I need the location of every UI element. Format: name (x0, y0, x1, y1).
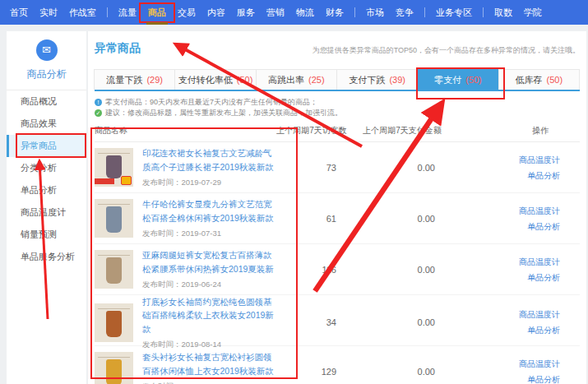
product-info: 打底衫女长袖简约宽松纯色圆领基础百搭纯棉柔软上衣秋装女2019新款 发布时间：2… (142, 295, 274, 350)
action-link-temperature[interactable]: 商品温度计 (455, 254, 560, 270)
sidebar-item[interactable]: 单品分析 (7, 179, 86, 201)
product-image[interactable] (95, 250, 133, 289)
product-info: 牛仔哈伦裤女显瘦九分裤文艺范宽松百搭全棉休闲裤女2019秋装新款 发布时间：20… (142, 197, 274, 239)
publish-date: 发布时间：2019-07-31 (142, 229, 274, 239)
garment-shape (106, 155, 122, 178)
sidebar-item[interactable]: 商品温度计 (7, 201, 86, 224)
nav-item[interactable]: 市场 (360, 0, 390, 25)
action-link-analysis[interactable]: 单品分析 (455, 322, 560, 338)
tab[interactable]: 支付转化率低 (50) (174, 69, 256, 90)
notice-icon: ! (95, 99, 102, 106)
amount-value: 0.00 (350, 163, 455, 173)
tab[interactable]: 支付下跌 (39) (336, 69, 418, 90)
page-note: 为您提供各类异常商品的TOP50，会有一个商品存在多种异常的情况，请关注哦。 (313, 45, 580, 56)
notice-text: 建议：修改商品标题，属性等重新发布上架，加强关联商品，加强引流。 (105, 108, 342, 118)
product-name-link[interactable]: 牛仔哈伦裤女显瘦九分裤文艺范宽松百搭全棉休闲裤女2019秋装新款 (142, 197, 274, 224)
col-header-product: 商品名称 (95, 125, 274, 136)
col-header-actions: 操作 (455, 125, 580, 136)
top-nav-bar: 首页 实时 作战室 流量 商品 交易 内容 服务 营销 物流 财务 市场 竞争 … (0, 0, 588, 25)
nav-item[interactable]: 实时 (34, 0, 63, 25)
nav-item[interactable]: 内容 (201, 0, 231, 25)
col-header-visitors: 上个周期7天访客数 (274, 125, 350, 136)
nav-item[interactable]: 作战室 (63, 0, 102, 25)
action-link-analysis[interactable]: 单品分析 (455, 219, 560, 234)
action-link-temperature[interactable]: 商品温度计 (455, 307, 560, 322)
table-row: 打底衫女长袖简约宽松纯色圆领基础百搭纯棉柔软上衣秋装女2019新款 发布时间：2… (95, 295, 580, 346)
product-name-link[interactable]: 亚麻阔腿短裤女宽松复古百搭薄款松紧腰系带休闲热裤女2019夏装新 (142, 248, 274, 275)
action-link-temperature[interactable]: 商品温度计 (455, 356, 560, 372)
nav-divider (424, 7, 425, 17)
nav-item[interactable]: 流量 (113, 0, 142, 25)
nav-item[interactable]: 竞争 (390, 0, 419, 25)
notice-icon: ✓ (95, 109, 102, 117)
nav-item[interactable]: 财务 (320, 0, 350, 25)
tab-count: (29) (146, 75, 163, 85)
nav-item[interactable]: 交易 (172, 0, 201, 25)
nav-item[interactable]: 业务专区 (430, 0, 478, 25)
tab[interactable]: 流量下跌 (29) (94, 69, 175, 90)
product-image[interactable] (95, 352, 133, 384)
product-image[interactable] (95, 303, 133, 342)
actions-cell: 商品温度计 单品分析 (455, 203, 580, 234)
tab-label: 低库存 (515, 75, 542, 85)
action-link-analysis[interactable]: 单品分析 (455, 270, 560, 285)
tab-bar: 流量下跌 (29) 支付转化率低 (50) 高跳出率 (25) 支付下跌 (39… (95, 69, 580, 91)
action-link-analysis[interactable]: 单品分析 (455, 372, 560, 384)
tab[interactable]: 零支付 (50) (417, 69, 498, 90)
sidebar-title: 商品分析 (7, 67, 86, 81)
visitors-value: 34 (274, 317, 350, 327)
tab-label: 零支付 (434, 75, 461, 85)
promo-badge-icon (121, 176, 132, 185)
notice-line: ✓ 建议：修改商品标题，属性等重新发布上架，加强关联商品，加强引流。 (95, 108, 580, 118)
actions-cell: 商品温度计 单品分析 (455, 356, 580, 384)
nav-divider (354, 7, 355, 17)
tab[interactable]: 高跳出率 (25) (256, 69, 337, 90)
action-link-temperature[interactable]: 商品温度计 (455, 203, 560, 219)
amount-value: 0.00 (350, 265, 455, 275)
page-title: 异常商品 (95, 41, 141, 56)
nav-divider (483, 7, 484, 17)
tab[interactable]: 低库存 (50) (498, 69, 580, 90)
content-area: ✉ 商品分析 商品概况 商品效果 异常商品 分类分析 单品分析 商品温度计 销量… (0, 25, 588, 384)
action-link-temperature[interactable]: 商品温度计 (455, 152, 560, 168)
sidebar-item[interactable]: 异常商品 (7, 135, 86, 157)
product-image[interactable] (95, 199, 133, 238)
visitors-value: 61 (274, 214, 350, 224)
product-name-link[interactable]: 打底衫女长袖简约宽松纯色圆领基础百搭纯棉柔软上衣秋装女2019新款 (142, 295, 274, 335)
sidebar-item[interactable]: 商品效果 (7, 113, 86, 135)
sidebar-menu: 商品概况 商品效果 异常商品 分类分析 单品分析 商品温度计 销量预测 单品服务… (7, 90, 86, 268)
nav-item[interactable]: 首页 (4, 0, 34, 25)
product-cell: 套头衬衫女长袖复古宽松衬衫圆领百搭休闲体恤上衣女2019秋装新款 发布时间：20… (95, 350, 274, 384)
notice-text: 零支付商品：90天内发布且最近7天内没有产生任何销量的商品； (105, 97, 317, 108)
tab-label: 支付转化率低 (178, 75, 233, 85)
tab-count: (50) (547, 75, 563, 85)
action-link-analysis[interactable]: 单品分析 (455, 168, 560, 183)
amount-value: 0.00 (350, 367, 455, 377)
nav-item[interactable]: 商品 (142, 0, 172, 25)
table-row: 印花连衣裙女长袖复古文艺减龄气质高个子过膝长裙子2019秋装新款 发布时间：20… (95, 142, 580, 193)
table-row: 牛仔哈伦裤女显瘦九分裤文艺范宽松百搭全棉休闲裤女2019秋装新款 发布时间：20… (95, 193, 580, 244)
product-cell: 打底衫女长袖简约宽松纯色圆领基础百搭纯棉柔软上衣秋装女2019新款 发布时间：2… (95, 295, 274, 350)
nav-item[interactable]: 取数 (488, 0, 518, 25)
nav-item[interactable]: 学院 (518, 0, 548, 25)
nav-item[interactable]: 营销 (261, 0, 290, 25)
table-header: 商品名称 上个周期7天访客数 上个周期7天支付金额 操作 (95, 125, 580, 142)
nav-item[interactable]: 物流 (290, 0, 320, 25)
nav-item[interactable]: 服务 (231, 0, 261, 25)
sidebar-item[interactable]: 单品服务分析 (7, 246, 86, 268)
tab-label: 高跳出率 (268, 75, 304, 85)
product-image[interactable] (95, 148, 133, 187)
garment-shape (106, 206, 122, 233)
notice-line: ! 零支付商品：90天内发布且最近7天内没有产生任何销量的商品； (95, 97, 580, 108)
actions-cell: 商品温度计 单品分析 (455, 307, 580, 338)
publish-date: 发布时间：2019-08-14 (142, 340, 274, 350)
sidebar-item[interactable]: 销量预测 (7, 224, 86, 246)
sidebar-item[interactable]: 分类分析 (7, 157, 86, 179)
sidebar-item[interactable]: 商品概况 (7, 90, 86, 113)
product-name-link[interactable]: 套头衬衫女长袖复古宽松衬衫圆领百搭休闲体恤上衣女2019秋装新款 (142, 350, 274, 377)
product-name-link[interactable]: 印花连衣裙女长袖复古文艺减龄气质高个子过膝长裙子2019秋装新款 (142, 146, 274, 173)
product-info: 套头衬衫女长袖复古宽松衬衫圆领百搭休闲体恤上衣女2019秋装新款 发布时间：20… (142, 350, 274, 384)
amount-value: 0.00 (350, 317, 455, 327)
tab-count: (39) (389, 75, 405, 85)
product-info: 亚麻阔腿短裤女宽松复古百搭薄款松紧腰系带休闲热裤女2019夏装新 发布时间：20… (142, 248, 274, 290)
